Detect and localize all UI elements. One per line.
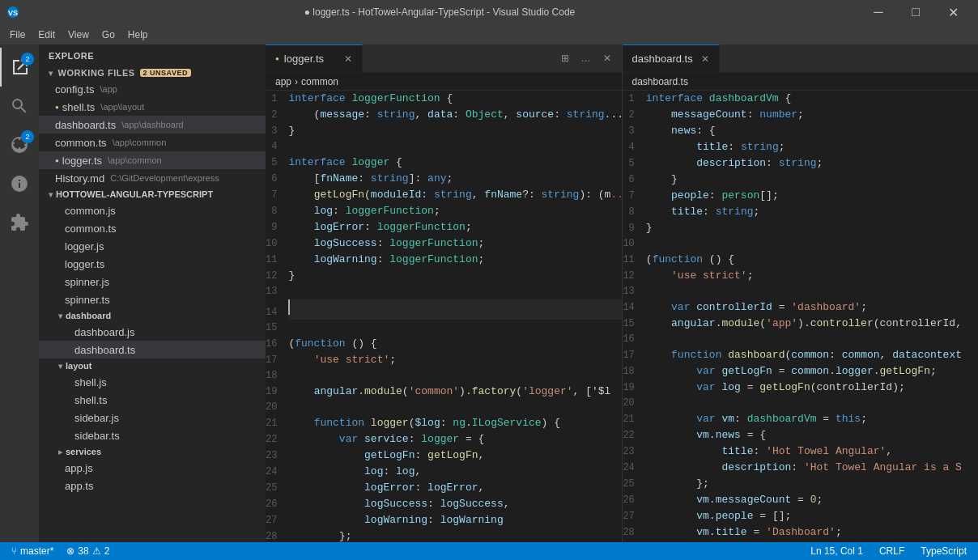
menu-file[interactable]: File (3, 28, 32, 42)
code-area-left: 1interface loggerFunction { 2 (message: … (266, 91, 622, 542)
file-label: dashboard.ts (55, 119, 116, 131)
minimize-button[interactable]: ─ (860, 0, 897, 24)
tab-dashboard[interactable]: dashboard.ts ✕ (623, 45, 720, 72)
file-spinner-ts[interactable]: spinner.ts (39, 291, 266, 308)
code-line: 7 people: person[]; (623, 188, 979, 204)
search-activity-icon[interactable] (0, 87, 39, 125)
menubar: File Edit View Go Help (0, 24, 978, 45)
menu-help[interactable]: Help (121, 28, 155, 42)
code-line: 3} (266, 123, 622, 139)
code-line: 12} (266, 268, 622, 284)
file-logger-ts[interactable]: logger.ts (39, 255, 266, 273)
editor-content-left[interactable]: 1interface loggerFunction { 2 (message: … (266, 91, 622, 542)
breadcrumb-left: app › common (266, 73, 622, 91)
working-file-dashboard[interactable]: dashboard.ts \app\dashboard (39, 116, 266, 134)
file-common-js[interactable]: common.js (39, 202, 266, 219)
code-line: 5interface logger { (266, 155, 622, 171)
unsaved-badge: 2 UNSAVED (140, 69, 191, 77)
extensions-activity-icon[interactable] (0, 203, 39, 242)
menu-go[interactable]: Go (96, 28, 121, 42)
code-line: 24 description: 'Hot Towel Angular is a … (623, 460, 979, 476)
code-line: 1interface loggerFunction { (266, 91, 622, 107)
file-app-ts[interactable]: app.ts (39, 477, 266, 494)
file-label: logger.ts (62, 155, 102, 167)
file-dashboard-js[interactable]: dashboard.js (39, 323, 266, 341)
code-line: 14 (266, 299, 622, 320)
close-tab-button[interactable]: ✕ (597, 49, 617, 68)
editor-pane-right: dashboard.ts ✕ dashboard.ts 1interface d… (623, 45, 979, 542)
file-logger-js[interactable]: logger.js (39, 237, 266, 255)
working-files-header[interactable]: ▾ WORKING FILES 2 UNSAVED (39, 64, 266, 80)
code-line: 28 vm.title = 'Dashboard'; (623, 524, 979, 541)
git-activity-icon[interactable]: 2 (0, 125, 39, 164)
file-spinner-js[interactable]: spinner.js (39, 273, 266, 291)
close-button[interactable]: ✕ (934, 0, 972, 24)
explorer-badge: 2 (21, 53, 34, 66)
services-folder-header[interactable]: ▸ services (39, 444, 266, 459)
line-ending-status[interactable]: CRLF (876, 545, 908, 557)
branch-icon: ⑂ (11, 545, 17, 557)
tab-bar-right: dashboard.ts ✕ (623, 45, 979, 73)
code-line: 11 logWarning: loggerFunction; (266, 252, 622, 268)
cursor-position-status[interactable]: Ln 15, Col 1 (807, 545, 866, 557)
file-shell-js[interactable]: shell.js (39, 373, 266, 391)
dashboard-folder-header[interactable]: ▾ dashboard (39, 308, 266, 323)
file-sidebar-ts[interactable]: sidebar.ts (39, 426, 266, 444)
code-line: 16(function () { (266, 336, 622, 352)
layout-folder-header[interactable]: ▾ layout (39, 358, 266, 373)
file-common-ts[interactable]: common.ts (39, 219, 266, 237)
menu-view[interactable]: View (62, 28, 96, 42)
working-file-logger[interactable]: ● logger.ts \app\common (39, 151, 266, 169)
code-line: 22 vm.news = { (623, 427, 979, 443)
code-line: 17 'use strict'; (266, 352, 622, 368)
errors-status[interactable]: ⊗ 38 ⚠ 2 (63, 545, 113, 557)
file-label: shell.ts (62, 101, 95, 113)
git-branch-status[interactable]: ⑂ master* (8, 545, 57, 557)
working-file-history[interactable]: History.md C:\GitDevelopment\express (39, 169, 266, 187)
project-folder-header[interactable]: ▾ HOTTOWEL-ANGULAR-TYPESCRIPT (39, 187, 266, 202)
file-app-js[interactable]: app.js (39, 459, 266, 477)
code-line: 19 var log = getLogFn(controllerId); (623, 380, 979, 396)
code-line: 28 }; (266, 528, 622, 542)
warning-count: 2 (104, 545, 110, 557)
editors-area: ● logger.ts ✕ ⊞ … ✕ app › common 1interf… (266, 45, 978, 542)
code-line: 21 function logger($log: ng.ILogService)… (266, 415, 622, 431)
working-file-config[interactable]: config.ts \app (39, 80, 266, 98)
file-path: C:\GitDevelopment\express (108, 173, 219, 183)
maximize-button[interactable]: □ (897, 0, 934, 24)
code-line: 13 (623, 284, 979, 299)
editor-content-right[interactable]: 1interface dashboardVm { 2 messageCount:… (623, 91, 979, 542)
tab-logger[interactable]: ● logger.ts ✕ (266, 45, 363, 72)
tab-filename: logger.ts (284, 53, 324, 65)
menu-edit[interactable]: Edit (32, 28, 62, 42)
file-sidebar-js[interactable]: sidebar.js (39, 409, 266, 426)
split-editor-button[interactable]: ⊞ (555, 49, 575, 68)
tab-actions: ⊞ … ✕ (551, 45, 622, 72)
working-file-common[interactable]: common.ts \app\common (39, 134, 266, 151)
tab-close-button[interactable]: ✕ (344, 53, 352, 65)
file-label: common.ts (55, 137, 107, 149)
debug-activity-icon[interactable] (0, 164, 39, 203)
code-line: 4 (266, 139, 622, 155)
position-text: Ln 15, Col 1 (810, 545, 863, 557)
code-line: 3 news: { (623, 123, 979, 139)
code-line: 16 (623, 332, 979, 347)
more-actions-button[interactable]: … (576, 49, 596, 68)
code-line: 26 logSuccess: logSuccess, (266, 496, 622, 512)
language-status[interactable]: TypeScript (917, 545, 970, 557)
tab-close-button[interactable]: ✕ (701, 53, 709, 65)
main-area: 2 2 EXPLORE ▾ WORKIN (0, 45, 978, 542)
tab-bar-left: ● logger.ts ✕ ⊞ … ✕ (266, 45, 622, 73)
error-count: 38 (78, 545, 88, 557)
tab-filename: dashboard.ts (632, 53, 693, 65)
working-file-shell[interactable]: ● shell.ts \app\layout (39, 98, 266, 116)
language-text: TypeScript (921, 545, 967, 557)
code-line: 14 var controllerId = 'dashboard'; (623, 299, 979, 316)
code-line: 19 angular.module('common').factory('log… (266, 384, 622, 400)
explorer-activity-icon[interactable]: 2 (0, 48, 39, 87)
code-line: 9} (623, 220, 979, 236)
code-line: 12 'use strict'; (623, 268, 979, 284)
file-shell-ts[interactable]: shell.ts (39, 391, 266, 409)
file-dashboard-ts[interactable]: dashboard.ts (39, 341, 266, 358)
code-line: 2 messageCount: number; (623, 107, 979, 123)
